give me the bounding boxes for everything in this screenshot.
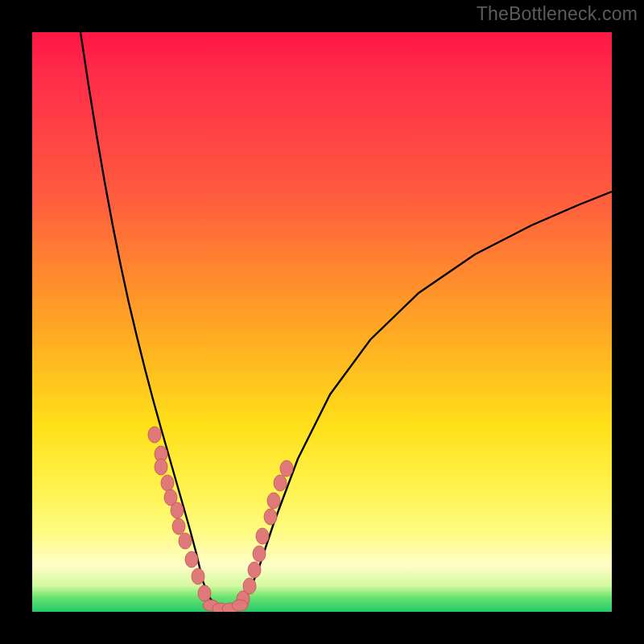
chart-svg — [32, 32, 612, 612]
data-dot — [248, 562, 261, 578]
outer-frame: TheBottleneck.com — [0, 0, 644, 644]
data-dot — [155, 459, 167, 475]
data-dots — [148, 427, 293, 612]
data-dot — [243, 578, 256, 594]
data-dot — [280, 460, 293, 477]
data-dot — [232, 600, 248, 611]
data-dot — [198, 585, 211, 601]
data-dot — [179, 533, 192, 549]
data-dot — [264, 509, 277, 525]
curve-path — [80, 32, 612, 609]
data-dot — [192, 568, 204, 584]
plot-area — [32, 32, 612, 612]
watermark-text: TheBottleneck.com — [477, 3, 638, 25]
data-dot — [274, 475, 287, 491]
data-dot — [253, 546, 266, 562]
data-dot — [148, 427, 161, 443]
data-dot — [172, 518, 185, 535]
data-dot — [185, 551, 198, 568]
data-dot — [171, 502, 184, 518]
data-dot — [161, 475, 174, 491]
bottleneck-curve — [80, 32, 612, 609]
data-dot — [256, 528, 269, 544]
data-dot — [267, 493, 280, 509]
